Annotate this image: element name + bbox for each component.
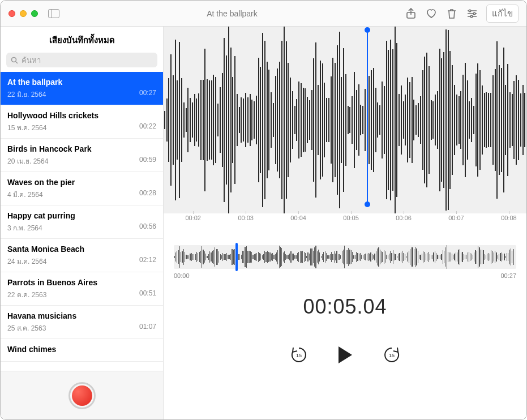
recording-item[interactable]: Santa Monica Beach24 ม.ค. 256402:12 xyxy=(1,239,163,272)
recording-item[interactable]: Wind chimes xyxy=(1,339,163,362)
recording-date: 25 ส.ค. 2563 xyxy=(7,323,46,333)
recording-name: Parrots in Buenos Aires xyxy=(7,278,156,287)
recording-date: 22 มิ.ย. 2564 xyxy=(7,89,46,100)
ruler-tick: 00:02 xyxy=(185,215,201,221)
svg-text:15: 15 xyxy=(388,353,394,358)
window-title: At the ballpark xyxy=(59,9,405,18)
close-window-button[interactable] xyxy=(8,10,15,17)
search-placeholder: ค้นหา xyxy=(22,54,41,66)
favorite-button[interactable] xyxy=(425,7,438,20)
rewind-15-icon: 15 xyxy=(289,345,309,365)
record-footer xyxy=(1,371,163,419)
playback-controls: 15 15 xyxy=(164,344,526,366)
recording-item[interactable]: Birds in Hancock Park20 เม.ย. 256400:59 xyxy=(1,139,163,172)
ruler-tick: 00:03 xyxy=(238,215,254,221)
waveform-overview[interactable] xyxy=(174,245,516,269)
recording-item[interactable]: Hollywood Hills crickets15 พ.ค. 256400:2… xyxy=(1,105,163,139)
recording-name: Havana musicians xyxy=(7,311,156,320)
detail-pane: 00:0200:0300:0400:0500:0600:0700:08 00:0… xyxy=(164,27,526,419)
ruler-tick: 00:07 xyxy=(448,215,464,221)
heart-icon xyxy=(426,8,437,19)
play-icon xyxy=(337,345,354,365)
recording-item[interactable]: At the ballpark22 มิ.ย. 256400:27 xyxy=(1,72,163,105)
overview-bars xyxy=(174,247,516,267)
window-controls xyxy=(8,10,38,17)
recording-date: 22 ต.ค. 2563 xyxy=(7,289,46,300)
share-button[interactable] xyxy=(405,7,417,20)
recording-name: Wind chimes xyxy=(7,345,156,354)
playhead[interactable] xyxy=(367,30,368,204)
recordings-list: At the ballpark22 มิ.ย. 256400:27Hollywo… xyxy=(1,72,163,371)
search-input[interactable]: ค้นหา xyxy=(6,53,157,67)
ruler-tick: 00:04 xyxy=(290,215,306,221)
recording-duration: 00:56 xyxy=(139,222,156,233)
recording-item[interactable]: Happy cat purring3 ก.พ. 256400:56 xyxy=(1,205,163,239)
record-button[interactable] xyxy=(68,382,96,409)
recording-duration: 00:28 xyxy=(139,189,156,200)
overview-start-label: 00:00 xyxy=(174,272,190,279)
ruler-tick: 00:05 xyxy=(343,215,359,221)
svg-point-2 xyxy=(473,12,475,15)
app-window: At the ballpark แก้ไข เสียงบันทึกทั้งหมด… xyxy=(0,0,527,420)
timecode: 00:05.04 xyxy=(164,295,526,319)
ruler-tick: 00:06 xyxy=(396,215,412,221)
recording-duration: 02:12 xyxy=(139,256,156,267)
zoom-window-button[interactable] xyxy=(31,10,38,17)
play-button[interactable] xyxy=(334,344,357,366)
recording-date: 24 ม.ค. 2564 xyxy=(7,256,46,267)
overview-labels: 00:00 00:27 xyxy=(174,272,516,279)
rewind-15-button[interactable]: 15 xyxy=(288,344,310,366)
waveform-bars xyxy=(164,37,526,203)
svg-point-1 xyxy=(469,10,471,12)
sliders-icon xyxy=(466,8,478,19)
recording-name: Santa Monica Beach xyxy=(7,245,156,254)
svg-point-4 xyxy=(12,57,16,62)
recording-date: 3 ก.พ. 2564 xyxy=(7,222,42,233)
recording-date: 4 มี.ค. 2564 xyxy=(7,189,43,200)
sidebar-heading: เสียงบันทึกทั้งหมด xyxy=(1,27,163,53)
recording-name: Hollywood Hills crickets xyxy=(7,111,156,120)
search-icon xyxy=(11,57,18,64)
trash-icon xyxy=(447,8,457,19)
recording-name: Birds in Hancock Park xyxy=(7,144,156,153)
recording-date: 15 พ.ค. 2564 xyxy=(7,122,46,133)
forward-15-icon: 15 xyxy=(382,345,401,365)
recording-duration: 00:27 xyxy=(139,89,156,100)
recording-item[interactable]: Waves on the pier4 มี.ค. 256400:28 xyxy=(1,172,163,205)
sidebar-toggle-button[interactable] xyxy=(48,9,59,18)
overview-end-label: 00:27 xyxy=(500,272,516,279)
sidebar: เสียงบันทึกทั้งหมด ค้นหา At the ballpark… xyxy=(1,27,164,419)
recording-name: Waves on the pier xyxy=(7,178,156,187)
recording-duration: 00:51 xyxy=(139,289,156,300)
share-icon xyxy=(406,8,416,19)
minimize-window-button[interactable] xyxy=(20,10,27,17)
recording-date: 20 เม.ย. 2564 xyxy=(7,156,48,166)
time-ruler: 00:0200:0300:0400:0500:0600:0700:08 xyxy=(164,213,526,228)
record-icon xyxy=(72,385,92,406)
waveform-main[interactable] xyxy=(164,27,526,213)
recording-duration: 00:22 xyxy=(139,122,156,133)
playback-settings-button[interactable] xyxy=(466,7,478,20)
toolbar-right: แก้ไข xyxy=(405,5,519,23)
svg-point-3 xyxy=(470,15,473,18)
svg-text:15: 15 xyxy=(295,353,301,358)
recording-name: Happy cat purring xyxy=(7,211,156,220)
forward-15-button[interactable]: 15 xyxy=(380,344,403,366)
recording-name: At the ballpark xyxy=(7,78,156,87)
edit-button[interactable]: แก้ไข xyxy=(486,5,519,23)
recording-item[interactable]: Parrots in Buenos Aires22 ต.ค. 256300:51 xyxy=(1,272,163,306)
titlebar: At the ballpark แก้ไข xyxy=(1,1,526,27)
ruler-tick: 00:08 xyxy=(501,215,517,221)
recording-duration: 00:59 xyxy=(139,156,156,166)
overview-playhead[interactable] xyxy=(235,243,238,271)
recording-item[interactable]: Havana musicians25 ส.ค. 256301:07 xyxy=(1,306,163,339)
delete-button[interactable] xyxy=(445,7,458,20)
app-body: เสียงบันทึกทั้งหมด ค้นหา At the ballpark… xyxy=(1,27,526,419)
recording-duration: 01:07 xyxy=(139,323,156,333)
